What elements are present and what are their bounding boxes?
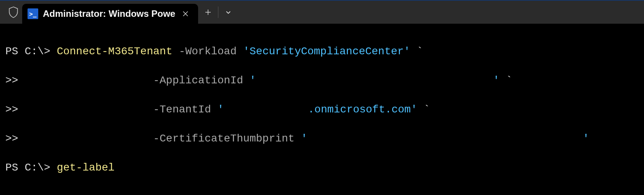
tab-bar: >_ Administrator: Windows Powe (0, 1, 644, 24)
cmd-line-4: >> -CertificateThumbprint ' ' (5, 132, 639, 146)
redacted-tenant (224, 103, 308, 116)
redacted-thumbprint (307, 132, 583, 145)
close-tab-button[interactable] (180, 8, 191, 20)
terminal-output[interactable]: PS C:\> Connect-M365Tenant -Workload 'Se… (0, 24, 644, 195)
cmd-line-2: >> -ApplicationId ' ' ` (5, 73, 639, 88)
new-tab-button[interactable] (198, 1, 218, 24)
redacted-appid (256, 74, 493, 87)
tab-title: Administrator: Windows Powe (43, 8, 175, 19)
cmd-line-1: PS C:\> Connect-M365Tenant -Workload 'Se… (5, 44, 639, 59)
cmd-line-5: PS C:\> get-label (5, 161, 639, 175)
tab-dropdown-button[interactable] (218, 1, 238, 24)
powershell-icon: >_ (28, 8, 38, 19)
cmd-line-3: >> -TenantId ' .onmicrosoft.com' ` (5, 102, 639, 117)
shield-icon (5, 1, 22, 24)
tab-active[interactable]: >_ Administrator: Windows Powe (22, 4, 198, 24)
